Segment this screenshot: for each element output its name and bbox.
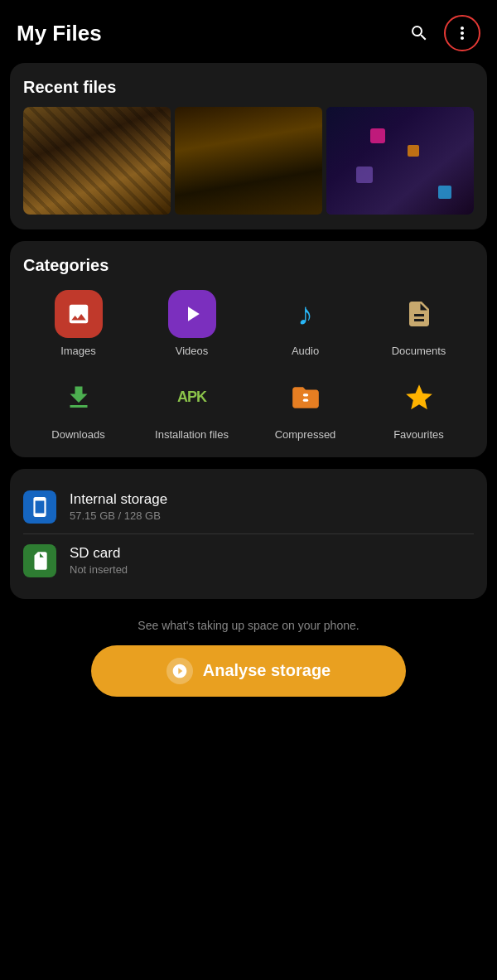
documents-icon-wrap bbox=[395, 290, 443, 338]
category-installation[interactable]: APK Installation files bbox=[137, 374, 247, 442]
downloads-icon-wrap bbox=[55, 374, 103, 422]
apk-icon: APK bbox=[177, 389, 206, 406]
header-actions bbox=[401, 15, 480, 51]
audio-icon: ♪ bbox=[297, 298, 313, 330]
documents-icon bbox=[404, 299, 434, 329]
analyse-icon-wrap bbox=[166, 658, 193, 684]
analyse-storage-button[interactable]: Analyse storage bbox=[91, 645, 406, 697]
svg-rect-0 bbox=[302, 393, 307, 396]
sdcard-storage-icon-wrap bbox=[23, 544, 56, 577]
internal-storage-subtitle: 57.15 GB / 128 GB bbox=[70, 509, 167, 522]
search-button[interactable] bbox=[401, 15, 437, 51]
svg-rect-3 bbox=[41, 561, 42, 565]
categories-grid: Images Videos ♪ Audio Docu bbox=[23, 290, 474, 442]
sdcard-storage-item[interactable]: SD card Not inserted bbox=[23, 538, 474, 584]
recent-thumb-3[interactable] bbox=[326, 107, 474, 215]
documents-label: Documents bbox=[392, 345, 446, 359]
audio-icon-wrap: ♪ bbox=[282, 290, 330, 338]
search-icon bbox=[409, 23, 429, 43]
internal-storage-info: Internal storage 57.15 GB / 128 GB bbox=[70, 491, 167, 522]
more-options-icon bbox=[452, 23, 472, 43]
recent-files-label: Recent files bbox=[23, 78, 474, 97]
phone-icon bbox=[29, 496, 51, 518]
analyse-label: Analyse storage bbox=[203, 661, 331, 680]
images-icon-wrap bbox=[55, 290, 103, 338]
categories-card: Categories Images Videos ♪ A bbox=[10, 241, 487, 457]
storage-divider bbox=[23, 533, 474, 534]
favourites-icon bbox=[403, 382, 435, 413]
recent-files-card: Recent files bbox=[10, 63, 487, 229]
bottom-section: See what's taking up space on your phone… bbox=[0, 611, 497, 722]
videos-icon bbox=[180, 302, 205, 326]
installation-label: Installation files bbox=[155, 428, 229, 442]
images-label: Images bbox=[60, 345, 96, 359]
storage-card: Internal storage 57.15 GB / 128 GB SD ca… bbox=[10, 469, 487, 599]
recent-thumbnails[interactable] bbox=[23, 107, 474, 215]
sdcard-storage-info: SD card Not inserted bbox=[70, 545, 128, 576]
analyse-icon bbox=[171, 663, 188, 679]
category-documents[interactable]: Documents bbox=[364, 290, 474, 359]
downloads-icon bbox=[64, 383, 94, 413]
favourites-label: Favourites bbox=[393, 428, 444, 442]
recent-thumb-2[interactable] bbox=[175, 107, 322, 215]
sdcard-storage-subtitle: Not inserted bbox=[70, 563, 128, 576]
category-images[interactable]: Images bbox=[23, 290, 133, 359]
categories-label: Categories bbox=[23, 256, 474, 275]
category-compressed[interactable]: Compressed bbox=[250, 374, 360, 442]
favourites-icon-wrap bbox=[395, 374, 443, 422]
sdcard-storage-title: SD card bbox=[70, 545, 128, 562]
category-favourites[interactable]: Favourites bbox=[364, 374, 474, 442]
compressed-icon-wrap bbox=[282, 374, 330, 422]
sdcard-icon bbox=[29, 550, 51, 572]
audio-label: Audio bbox=[292, 345, 319, 359]
downloads-label: Downloads bbox=[51, 428, 104, 442]
more-options-button[interactable] bbox=[444, 15, 480, 51]
videos-icon-wrap bbox=[168, 290, 216, 338]
internal-storage-icon-wrap bbox=[23, 490, 56, 524]
internal-storage-title: Internal storage bbox=[70, 491, 167, 508]
videos-label: Videos bbox=[176, 345, 209, 359]
app-header: My Files bbox=[0, 0, 497, 63]
svg-rect-1 bbox=[302, 398, 307, 401]
recent-thumb-1[interactable] bbox=[23, 107, 171, 215]
images-icon bbox=[66, 302, 91, 326]
installation-icon-wrap: APK bbox=[168, 374, 216, 422]
internal-storage-item[interactable]: Internal storage 57.15 GB / 128 GB bbox=[23, 484, 474, 530]
bottom-hint-text: See what's taking up space on your phone… bbox=[138, 619, 359, 632]
category-downloads[interactable]: Downloads bbox=[23, 374, 133, 442]
category-videos[interactable]: Videos bbox=[137, 290, 247, 359]
app-title: My Files bbox=[17, 21, 102, 46]
svg-rect-2 bbox=[37, 561, 39, 565]
category-audio[interactable]: ♪ Audio bbox=[250, 290, 360, 359]
compressed-label: Compressed bbox=[275, 428, 336, 442]
compressed-icon bbox=[290, 382, 321, 413]
